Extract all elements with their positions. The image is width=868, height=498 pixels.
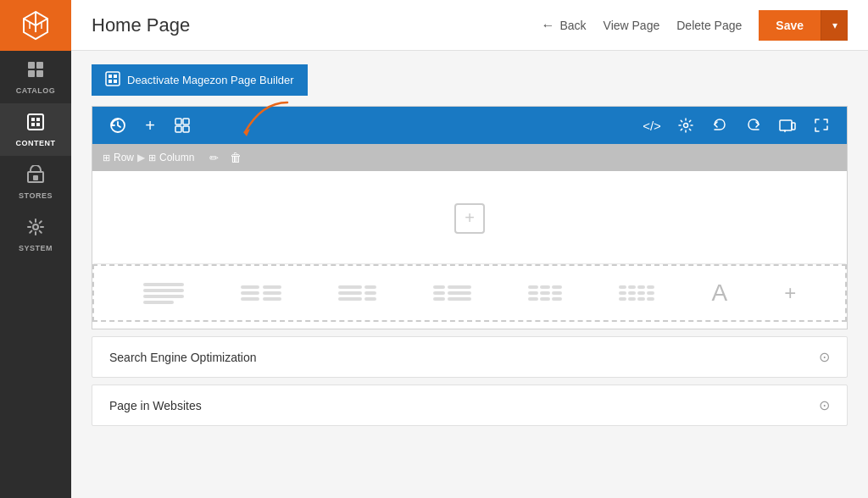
code-view-button[interactable]: </>: [637, 110, 667, 141]
edit-breadcrumb-button[interactable]: ✏: [204, 148, 223, 167]
page-header: Home Page ← Back View Page Delete Page S…: [71, 0, 868, 51]
page-builder-wrapper: +: [92, 106, 848, 329]
svg-marker-22: [243, 129, 250, 136]
svg-rect-13: [108, 75, 112, 78]
svg-rect-0: [28, 62, 35, 69]
grid-view-button[interactable]: [167, 110, 198, 141]
back-link[interactable]: ← Back: [541, 18, 586, 33]
svg-rect-6: [36, 118, 40, 121]
svg-rect-15: [108, 80, 112, 83]
layout-5col[interactable]: [619, 285, 654, 301]
svg-rect-1: [36, 62, 43, 69]
breadcrumb-row-item[interactable]: ⊞ Row: [103, 152, 134, 163]
layout-2col[interactable]: [241, 285, 281, 301]
system-label: SYSTEM: [19, 244, 53, 252]
code-icon: </>: [643, 119, 661, 133]
layout-1col[interactable]: [143, 283, 184, 304]
save-dropdown-button[interactable]: ▾: [821, 10, 848, 41]
svg-rect-5: [31, 118, 35, 121]
svg-rect-24: [780, 120, 792, 130]
svg-rect-4: [28, 114, 43, 130]
sidebar: CATALOG CONTENT STORES: [0, 0, 71, 498]
add-column-button[interactable]: +: [454, 203, 485, 234]
content-area: Deactivate Magezon Page Builder +: [71, 51, 868, 498]
device-view-button[interactable]: [772, 110, 803, 141]
seo-section: Search Engine Optimization ⊙: [92, 336, 848, 378]
websites-chevron-icon: ⊙: [819, 397, 830, 413]
content-icon: [26, 113, 45, 136]
undo-button[interactable]: [704, 110, 735, 141]
websites-section-header[interactable]: Page in Websites ⊙: [92, 385, 847, 425]
save-button[interactable]: Save: [759, 10, 821, 41]
websites-section: Page in Websites ⊙: [92, 385, 848, 426]
svg-point-11: [33, 224, 38, 230]
sidebar-item-content[interactable]: CONTENT: [0, 103, 71, 156]
stores-icon: [26, 165, 45, 188]
catalog-icon: [26, 60, 45, 83]
svg-rect-7: [31, 123, 35, 126]
redo-button[interactable]: [738, 110, 769, 141]
svg-point-23: [684, 124, 688, 128]
custom-layout-button[interactable]: +: [784, 281, 796, 305]
toolbar-right: </>: [637, 110, 837, 141]
deactivate-button[interactable]: Deactivate Magezon Page Builder: [92, 64, 308, 96]
svg-rect-14: [114, 75, 117, 78]
page-builder-icon: [105, 71, 120, 89]
sidebar-item-catalog[interactable]: CATALOG: [0, 51, 71, 103]
svg-rect-3: [36, 70, 43, 77]
sidebar-item-system[interactable]: SYSTEM: [0, 208, 71, 261]
svg-rect-19: [183, 119, 189, 125]
svg-rect-8: [36, 123, 40, 126]
layout-3col-right[interactable]: [433, 285, 471, 301]
sidebar-item-stores[interactable]: STORES: [0, 156, 71, 208]
delete-page-link[interactable]: Delete Page: [676, 19, 742, 32]
text-layout-option[interactable]: A: [712, 279, 728, 307]
column-icon: ⊞: [148, 152, 156, 163]
main-content: Home Page ← Back View Page Delete Page S…: [71, 0, 868, 498]
svg-rect-10: [33, 175, 38, 180]
back-arrow-icon: ←: [541, 18, 554, 33]
seo-section-title: Search Engine Optimization: [109, 351, 257, 364]
history-button[interactable]: [103, 110, 133, 141]
chevron-down-icon: ▾: [832, 19, 837, 31]
breadcrumb-actions: ✏ 🗑: [204, 148, 245, 167]
settings-button[interactable]: [670, 110, 701, 141]
save-group: Save ▾: [759, 10, 848, 41]
add-icon: +: [465, 208, 475, 228]
content-label: CONTENT: [16, 139, 56, 147]
layout-selector: A +: [92, 264, 847, 322]
seo-chevron-icon: ⊙: [819, 349, 830, 365]
add-element-button[interactable]: +: [135, 110, 165, 141]
layout-4col[interactable]: [528, 285, 562, 301]
svg-rect-25: [792, 123, 795, 130]
page-builder-canvas: +: [92, 171, 847, 322]
system-icon: [26, 218, 45, 241]
header-actions: ← Back View Page Delete Page Save ▾: [541, 10, 848, 41]
svg-rect-2: [28, 70, 35, 77]
toolbar-left: +: [103, 110, 198, 141]
seo-section-header[interactable]: Search Engine Optimization ⊙: [92, 337, 847, 377]
breadcrumb-column-item[interactable]: ⊞ Column: [148, 152, 194, 163]
svg-rect-12: [106, 72, 120, 86]
view-page-link[interactable]: View Page: [604, 19, 660, 32]
breadcrumb-separator: ▶: [137, 152, 145, 163]
page-title: Home Page: [92, 14, 527, 36]
svg-rect-21: [183, 126, 189, 132]
svg-rect-18: [175, 119, 181, 125]
catalog-label: CATALOG: [16, 86, 56, 95]
layout-3col-left[interactable]: [338, 285, 376, 301]
delete-breadcrumb-button[interactable]: 🗑: [226, 148, 245, 167]
svg-rect-16: [114, 80, 117, 83]
fullscreen-button[interactable]: [806, 110, 837, 141]
svg-rect-20: [175, 126, 181, 132]
column-placeholder: +: [92, 171, 847, 264]
row-icon: ⊞: [103, 152, 110, 163]
websites-section-title: Page in Websites: [109, 399, 202, 412]
breadcrumb-bar: ⊞ Row ▶ ⊞ Column ✏ 🗑: [92, 144, 847, 171]
page-builder-toolbar: +: [92, 107, 847, 144]
logo: [0, 0, 71, 51]
stores-label: STORES: [19, 191, 53, 200]
